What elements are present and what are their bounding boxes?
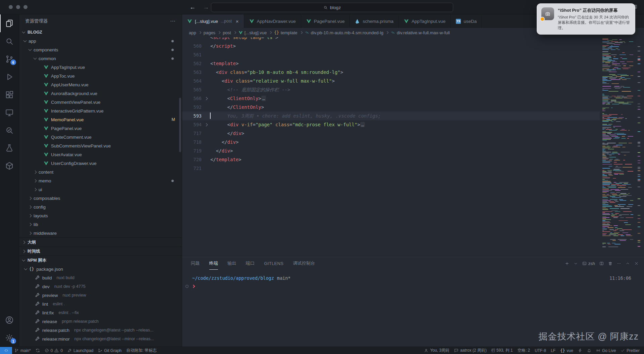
file-MemoPanel.vue[interactable]: MemoPanel.vueM (19, 115, 182, 124)
tab-PagePanel.vue[interactable]: PagePanel.vue (301, 14, 350, 28)
folder-memo[interactable]: memo (19, 176, 182, 185)
activitybar-explorer[interactable] (0, 14, 19, 32)
file-InteractiveGridPattern.vue[interactable]: InteractiveGridPattern.vue (19, 106, 182, 115)
statusbar-encoding[interactable]: UTF-8 (532, 347, 548, 354)
breadcrumb-[...slug].vue[interactable]: [...slug].vue (238, 30, 267, 35)
activitybar-docker[interactable] (0, 157, 19, 175)
code-line[interactable]: <script setup lang="ts"> (182, 37, 600, 42)
statusbar-sync[interactable] (33, 347, 42, 354)
breadcrumb-div.pb-10.m-auto.mb-4.sm:rounded-lg[interactable]: div.pb-10.m-auto.mb-4.sm:rounded-lg (305, 30, 384, 35)
activitybar-settings[interactable]: 1 (0, 329, 19, 347)
breadcrumb-template[interactable]: {}template (274, 30, 297, 35)
file-AppUserMenu.vue[interactable]: AppUserMenu.vue (19, 80, 182, 89)
npm-script-preview[interactable]: previewnuxt preview (19, 291, 182, 300)
statusbar-problems[interactable]: 00 (42, 347, 65, 354)
launch-profile[interactable] (574, 261, 578, 266)
npm-script-release:patch[interactable]: release:patchnpx changelogen@latest --pa… (19, 326, 182, 335)
panel-tab-端口[interactable]: 端口 (246, 257, 255, 270)
more-actions[interactable] (617, 261, 621, 266)
statusbar-git-branch[interactable]: main* (12, 347, 33, 354)
fold-icon[interactable] (202, 120, 210, 129)
statusbar-gitlens-blame[interactable]: You, 3周前 (422, 347, 452, 354)
folder-lib[interactable]: lib (19, 220, 182, 229)
statusbar-prettier[interactable]: Prettier (618, 347, 642, 354)
tab-schema.prisma[interactable]: schema.prisma (350, 14, 399, 28)
kill-terminal[interactable] (608, 261, 612, 266)
activitybar-extensions[interactable] (0, 86, 19, 103)
more-actions-icon[interactable]: ⋯ (170, 18, 176, 24)
file-UserConfigDrawer.vue[interactable]: UserConfigDrawer.vue (19, 159, 182, 168)
fold-icon[interactable] (202, 94, 210, 103)
tab-AppTagInput.vue[interactable]: AppTagInput.vue (399, 14, 451, 28)
folder-app[interactable]: app (19, 37, 182, 45)
folder-common[interactable]: common (19, 54, 182, 63)
file-SubCommentsViewPanel.vue[interactable]: SubCommentsViewPanel.vue (19, 141, 182, 150)
project-section-header[interactable]: BLOGZ (19, 28, 182, 37)
npm-script-build[interactable]: buildnuxt build (19, 273, 182, 282)
code-line-718[interactable]: 718 </div> (182, 138, 600, 146)
statusbar-language-mode[interactable]: {}vue (558, 347, 576, 354)
split-terminal[interactable] (599, 261, 604, 266)
command-decoration-icon[interactable] (185, 285, 189, 288)
notification-popup[interactable]: “iShot Pro” 正在访问你的屏幕 “iShot Pro” 已在过去 30… (537, 3, 635, 35)
activitybar-search[interactable] (0, 32, 19, 50)
timeline-section-header[interactable]: 时间线 (19, 247, 182, 256)
panel-tab-GITLENS[interactable]: GITLENS (264, 257, 283, 270)
panel-tab-终端[interactable]: 终端 (209, 257, 218, 270)
minimap[interactable] (601, 37, 633, 249)
npm-script-lint[interactable]: linteslint . (19, 300, 182, 308)
code-line-717[interactable]: 717 </div> (182, 129, 600, 138)
folder-content[interactable]: content (19, 168, 182, 176)
code-line-719[interactable]: 719 </div> (182, 146, 600, 155)
close-icon[interactable]: × (236, 18, 239, 24)
close-button[interactable] (9, 5, 13, 9)
tab-AppNavDrawer.vue[interactable]: AppNavDrawer.vue (244, 14, 301, 28)
breadcrumb-post[interactable]: post (223, 30, 231, 35)
statusbar-cursor-position[interactable]: 行 593, 列 1 (489, 347, 515, 354)
folder-composables[interactable]: composables (19, 194, 182, 203)
folder-config[interactable]: config (19, 203, 182, 211)
code-line-566[interactable]: 566 <ClientOnly>… (182, 94, 600, 103)
outline-section-header[interactable]: 大纲 (19, 237, 182, 247)
file-PagePanel.vue[interactable]: PagePanel.vue (19, 124, 182, 133)
folder-middleware[interactable]: middleware (19, 229, 182, 237)
npm-script-package.json[interactable]: {}package.json (19, 265, 182, 273)
breadcrumb-div.relative.w-full.max-w-full[interactable]: div.relative.w-full.max-w-full (391, 30, 450, 35)
tab-useDa[interactable]: TSuseDa (451, 14, 482, 28)
activitybar-gitlens[interactable] (0, 121, 19, 139)
panel-tab-输出[interactable]: 输出 (227, 257, 236, 270)
statusbar-eol[interactable]: LF (548, 347, 558, 354)
close-panel[interactable] (634, 261, 639, 266)
npm-script-dev[interactable]: devnuxt dev -p 4775 (19, 282, 182, 291)
minimize-button[interactable] (16, 5, 20, 9)
code-line-563[interactable]: 563 <div class="pb-10 m-auto mb-4 sm:rou… (182, 68, 600, 77)
statusbar-remote-indicator[interactable] (0, 347, 12, 354)
folder-ui[interactable]: ui (19, 185, 182, 194)
statusbar-git-graph[interactable]: Git Graph (96, 347, 124, 354)
overview-ruler[interactable] (637, 37, 642, 257)
panel-tab-问题[interactable]: 问题 (191, 257, 200, 270)
statusbar-go-live[interactable]: Go Live (594, 347, 618, 354)
terminal-shell[interactable]: zsh (582, 261, 595, 266)
file-AppToc.vue[interactable]: AppToc.vue (19, 72, 182, 80)
new-terminal[interactable] (565, 261, 569, 266)
panel-tab-调试控制台[interactable]: 调试控制台 (293, 257, 315, 270)
npm-script-release[interactable]: releasepnpm release:patch (19, 317, 182, 326)
command-center-search[interactable]: blogz (211, 3, 453, 12)
code-line-593[interactable]: 593 You, 3周前 • chore: add eslint, husky,… (182, 112, 600, 120)
zoom-button[interactable] (23, 5, 28, 9)
code-line-592[interactable]: 592 </ClientOnly> (182, 103, 600, 112)
tab-[...slug].vue[interactable]: [...slug].vue...post× (182, 14, 244, 28)
code-line-564[interactable]: 564 <div class="relative w-full max-w-fu… (182, 77, 600, 85)
folder-layouts[interactable]: layouts (19, 211, 182, 220)
activitybar-run-debug[interactable] (0, 68, 19, 86)
activitybar-accounts[interactable] (0, 311, 19, 329)
breadcrumb-app[interactable]: app (189, 30, 196, 35)
activitybar-remote-explorer[interactable] (0, 103, 19, 121)
folder-components[interactable]: components (19, 45, 182, 54)
npm-script-release:minor[interactable]: release:minornpx changelogen@latest --mi… (19, 335, 182, 343)
code-line-565[interactable]: 565 <!-- 底部固定的操作栏 --> (182, 85, 600, 94)
file-AppTagInput.vue[interactable]: AppTagInput.vue (19, 63, 182, 72)
code-line-721[interactable]: 721 (182, 164, 600, 173)
file-CommentViewPanel.vue[interactable]: CommentViewPanel.vue (19, 98, 182, 106)
